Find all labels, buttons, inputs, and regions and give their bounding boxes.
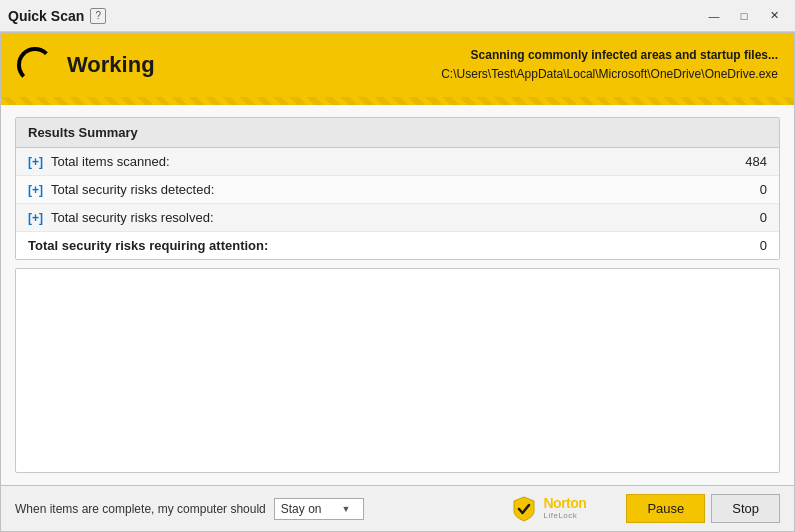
table-row: [+] Total security risks resolved: 0 — [16, 204, 779, 232]
title-bar-left: Quick Scan ? — [8, 8, 701, 24]
row-label-1: Total security risks detected: — [51, 182, 727, 197]
status-info: Scanning commonly infected areas and sta… — [441, 46, 778, 84]
dropdown-value: Stay on — [281, 502, 322, 516]
expand-icon-2[interactable]: [+] — [28, 211, 43, 225]
action-buttons: Pause Stop — [626, 494, 780, 523]
window-title: Quick Scan — [8, 8, 84, 24]
minimize-button[interactable]: — — [701, 6, 727, 26]
title-bar-controls: — □ ✕ — [701, 6, 787, 26]
expand-icon-1[interactable]: [+] — [28, 183, 43, 197]
row-value-2: 0 — [727, 210, 767, 225]
row-value-1: 0 — [727, 182, 767, 197]
computer-action-dropdown[interactable]: Stay on ▼ — [274, 498, 364, 520]
bottom-bar: When items are complete, my computer sho… — [1, 485, 794, 531]
chevron-down-icon: ▼ — [341, 504, 350, 514]
bottom-left: When items are complete, my computer sho… — [15, 498, 364, 520]
row-label-0: Total items scanned: — [51, 154, 727, 169]
row-label-3: Total security risks requiring attention… — [28, 238, 727, 253]
empty-area — [15, 268, 780, 473]
norton-brand-text: Norton LifeLock — [543, 496, 586, 520]
norton-name: Norton — [543, 496, 586, 511]
when-label: When items are complete, my computer sho… — [15, 502, 266, 516]
stripe-divider — [1, 97, 794, 105]
close-button[interactable]: ✕ — [761, 6, 787, 26]
content-area: Results Summary [+] Total items scanned:… — [1, 105, 794, 485]
stop-button[interactable]: Stop — [711, 494, 780, 523]
table-row: [+] Total security risks detected: 0 — [16, 176, 779, 204]
help-badge[interactable]: ? — [90, 8, 106, 24]
results-header: Results Summary — [16, 118, 779, 148]
results-table: Results Summary [+] Total items scanned:… — [15, 117, 780, 260]
window: Working Scanning commonly infected areas… — [0, 32, 795, 532]
maximize-button[interactable]: □ — [731, 6, 757, 26]
working-label: Working — [67, 52, 427, 78]
row-value-0: 484 — [727, 154, 767, 169]
spinner-icon — [17, 47, 53, 83]
scan-title: Scanning commonly infected areas and sta… — [441, 46, 778, 65]
scan-path: C:\Users\Test\AppData\Local\Microsoft\On… — [441, 65, 778, 84]
table-row: Total security risks requiring attention… — [16, 232, 779, 259]
row-value-3: 0 — [727, 238, 767, 253]
table-row: [+] Total items scanned: 484 — [16, 148, 779, 176]
pause-button[interactable]: Pause — [626, 494, 705, 523]
status-bar: Working Scanning commonly infected areas… — [1, 33, 794, 97]
expand-icon-0[interactable]: [+] — [28, 155, 43, 169]
norton-shield-icon — [510, 495, 538, 523]
row-label-2: Total security risks resolved: — [51, 210, 727, 225]
norton-logo: Norton LifeLock — [510, 495, 586, 523]
norton-sub: LifeLock — [543, 512, 586, 521]
title-bar: Quick Scan ? — □ ✕ — [0, 0, 795, 32]
